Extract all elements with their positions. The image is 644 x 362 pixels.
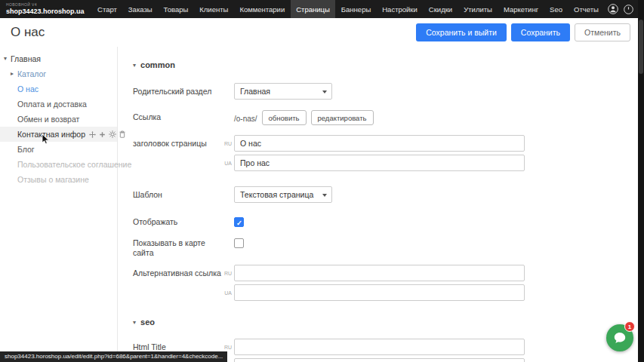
sidebar-item-about[interactable]: О нас <box>0 81 117 97</box>
page-title: О нас <box>11 25 45 40</box>
page-header: О нас Сохранить и выйти Сохранить Отмени… <box>0 18 644 47</box>
sidebar-item-label: Оплата и доставка <box>17 100 87 109</box>
alt-link-ua-input[interactable] <box>234 284 525 301</box>
menu-item-start[interactable]: Старт <box>92 0 123 18</box>
sidebar-item-label: Блог <box>17 145 35 154</box>
parent-section-select[interactable]: Главная <box>234 83 332 100</box>
page-tree-sidebar: ▾ Главная ▸ Каталог О нас Оплата и доста… <box>0 47 118 362</box>
sidebar-item-label: Пользовательское соглашение <box>17 160 131 169</box>
lang-ua-label: UA <box>223 284 234 301</box>
row-page-title: заголовок страницы RU UA <box>133 135 644 174</box>
menu-item-seo[interactable]: Seo <box>544 0 569 18</box>
chat-unread-badge: 1 <box>624 321 635 332</box>
field-label: Показывать в карте сайта <box>133 235 223 258</box>
body: ▾ Главная ▸ Каталог О нас Оплата и доста… <box>0 47 644 362</box>
sidebar-item-label: Контактная инфор <box>17 130 85 139</box>
lang-ru-label: RU <box>223 135 234 152</box>
sidebar-item-home[interactable]: ▾ Главная <box>0 51 117 66</box>
main-menu: Старт Заказы Товары Клиенты Комментарии … <box>92 0 605 18</box>
page-edit-form: ▾ common Родительский раздел Главная Ссы… <box>118 47 644 362</box>
section-title: common <box>140 60 175 69</box>
page-title-ru-input[interactable] <box>234 135 525 152</box>
chevron-right-icon: ▸ <box>11 70 14 77</box>
chat-widget-button[interactable]: 1 <box>606 324 633 351</box>
brand-subtitle: НОВОВНОЙ V4 <box>6 3 85 7</box>
menu-item-discounts[interactable]: Скидки <box>423 0 458 18</box>
sidebar-item-label: О нас <box>17 84 39 94</box>
template-select[interactable]: Текстовая страница <box>234 186 332 203</box>
sidebar-item-blog[interactable]: Блог <box>0 142 117 157</box>
menu-item-reports[interactable]: Отчеты <box>569 0 605 18</box>
link-path: /o-nas/ <box>234 113 257 123</box>
link-edit-button[interactable]: редактировать <box>311 110 374 125</box>
sidebar-item-contact-info[interactable]: Контактная инфор <box>0 127 117 142</box>
add-icon[interactable] <box>99 131 106 138</box>
cancel-button[interactable]: Отменить <box>575 23 630 41</box>
selected-value: Главная <box>240 87 270 96</box>
sidebar-item-store-reviews[interactable]: Отзывы о магазине <box>0 172 117 187</box>
selected-value: Текстовая страница <box>240 190 313 199</box>
row-link: Ссылка /o-nas/ обновить редактировать <box>133 109 644 125</box>
row-sitemap: Показывать в карте сайта <box>133 235 644 258</box>
menu-item-clients[interactable]: Клиенты <box>194 0 234 18</box>
link-refresh-button[interactable]: обновить <box>262 110 307 125</box>
app-window: НОВОВНОЙ V4 shop34423.horoshop.ua Старт … <box>0 0 644 362</box>
scrollbar-thumb[interactable] <box>639 20 643 74</box>
sidebar-item-label: Отзывы о магазине <box>17 175 89 184</box>
html-title-ru-input[interactable] <box>234 339 525 355</box>
alt-link-ru-input[interactable] <box>234 265 525 281</box>
row-template: Шаблон Текстовая страница <box>133 186 644 203</box>
menu-item-banners[interactable]: Баннеры <box>335 0 376 18</box>
menu-item-products[interactable]: Товары <box>158 0 194 18</box>
brand[interactable]: НОВОВНОЙ V4 shop34423.horoshop.ua <box>0 2 92 17</box>
chat-bubble-icon <box>613 331 627 345</box>
chevron-down-icon: ▾ <box>133 319 136 326</box>
lang-ua-label: UA <box>223 155 234 171</box>
section-title: seo <box>140 318 155 327</box>
sitemap-checkbox[interactable] <box>234 238 244 248</box>
field-label: Ссылка <box>133 109 223 122</box>
section-seo[interactable]: ▾ seo <box>133 318 644 327</box>
menu-item-orders[interactable]: Заказы <box>122 0 158 18</box>
lang-ru-label: RU <box>223 265 234 281</box>
brand-domain: shop34423.horoshop.ua <box>6 8 85 15</box>
save-and-exit-button[interactable]: Сохранить и выйти <box>416 23 507 41</box>
menu-item-comments[interactable]: Комментарии <box>234 0 291 18</box>
vertical-scrollbar[interactable] <box>638 0 644 362</box>
chevron-down-icon: ▾ <box>4 55 7 62</box>
display-checkbox[interactable] <box>234 217 244 227</box>
section-common[interactable]: ▾ common <box>133 60 644 69</box>
sidebar-item-catalog[interactable]: ▸ Каталог <box>0 66 117 81</box>
logout-icon[interactable] <box>624 5 633 14</box>
menu-item-utilities[interactable]: Утилиты <box>458 0 498 18</box>
sidebar-item-label: Главная <box>11 54 41 63</box>
field-label: Отображать <box>133 213 223 227</box>
row-alt-link: Альтернативная ссылка RU UA <box>133 265 644 304</box>
header-actions: Сохранить и выйти Сохранить Отменить <box>416 23 633 41</box>
sidebar-item-label: Обмен и возврат <box>17 115 79 124</box>
page-title-ua-input[interactable] <box>234 155 525 171</box>
field-label: Шаблон <box>133 186 223 200</box>
sidebar-item-user-agreement[interactable]: Пользовательское соглашение <box>0 157 117 172</box>
sidebar-item-exchange-return[interactable]: Обмен и возврат <box>0 112 117 127</box>
gear-icon[interactable] <box>109 130 116 138</box>
field-label: заголовок страницы <box>133 135 223 149</box>
chevron-down-icon: ▾ <box>133 62 136 69</box>
sidebar-item-label: Каталог <box>17 69 46 78</box>
field-label: Родительский раздел <box>133 83 223 97</box>
sidebar-item-payment-delivery[interactable]: Оплата и доставка <box>0 97 117 112</box>
account-icon[interactable] <box>608 4 618 14</box>
field-label: Альтернативная ссылка <box>133 265 223 278</box>
menu-item-marketing[interactable]: Маркетинг <box>498 0 544 18</box>
save-button[interactable]: Сохранить <box>511 23 570 41</box>
html-title-ua-input[interactable] <box>234 358 525 362</box>
topbar: НОВОВНОЙ V4 shop34423.horoshop.ua Старт … <box>0 0 644 18</box>
status-url-bubble: shop34423.horoshop.ua/edit/edit.php?id=6… <box>0 351 227 362</box>
menu-item-settings[interactable]: Настройки <box>377 0 424 18</box>
move-icon[interactable] <box>89 131 96 138</box>
menu-item-pages[interactable]: Страницы <box>291 0 336 18</box>
row-parent-section: Родительский раздел Главная <box>133 83 644 100</box>
row-display: Отображать <box>133 213 644 227</box>
